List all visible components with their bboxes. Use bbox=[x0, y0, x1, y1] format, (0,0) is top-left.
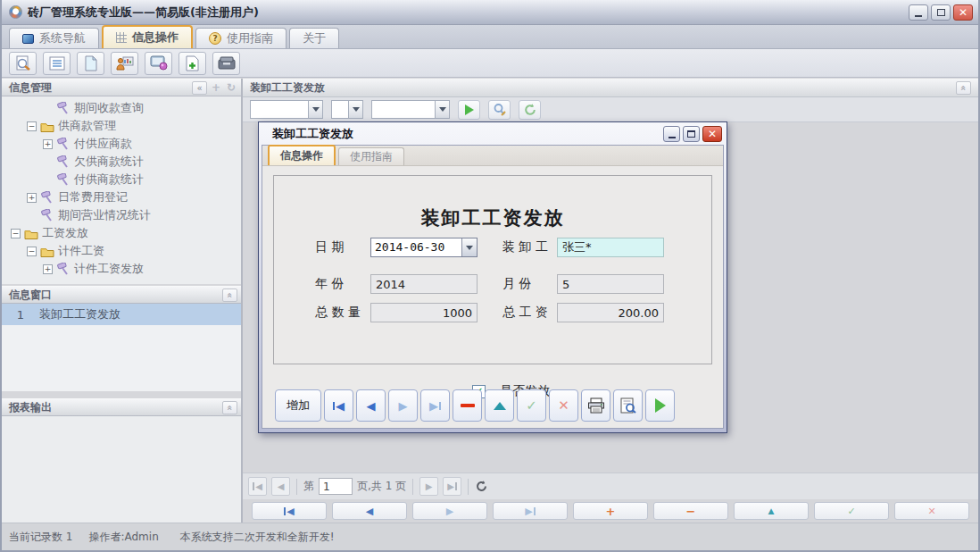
expand-expander[interactable]: + bbox=[43, 264, 53, 274]
salary-label: 总 工 资 bbox=[502, 305, 548, 321]
delete-record-button[interactable] bbox=[453, 389, 482, 422]
collapse-up-button[interactable]: « bbox=[956, 81, 971, 95]
refresh-icon[interactable]: ↻ bbox=[225, 81, 237, 94]
worker-input[interactable]: 张三* bbox=[557, 238, 664, 257]
first-record-button[interactable]: ◀ bbox=[324, 389, 353, 422]
archive-button[interactable] bbox=[212, 52, 240, 75]
record-prev-button[interactable]: ◀ bbox=[332, 502, 407, 520]
open-window-row[interactable]: 1 装卸工工资发放 bbox=[2, 304, 241, 325]
collapse-expander[interactable]: − bbox=[27, 121, 37, 131]
refresh-button[interactable] bbox=[519, 100, 541, 120]
last-page-button[interactable]: ▶ bbox=[443, 477, 461, 496]
record-edit-button[interactable]: ▲ bbox=[734, 502, 809, 520]
next-record-button[interactable]: ▶ bbox=[388, 389, 418, 422]
filter-combo-2[interactable] bbox=[331, 100, 363, 119]
help-icon: ? bbox=[209, 32, 221, 45]
edit-record-button[interactable] bbox=[485, 389, 514, 422]
record-add-button[interactable]: + bbox=[573, 502, 648, 520]
report-output-body bbox=[2, 416, 241, 523]
dialog-tabbar: 信息操作 使用指南 bbox=[262, 146, 723, 166]
tree-label: 日常费用登记 bbox=[58, 189, 128, 205]
tree-item-owed-supplier-stats[interactable]: 欠供商款统计 bbox=[2, 153, 241, 171]
form-view-button[interactable] bbox=[43, 52, 71, 75]
tree-item-period-receipts[interactable]: 期间收款查询 bbox=[2, 99, 241, 117]
run-button[interactable] bbox=[645, 389, 675, 422]
dialog-minimize-button[interactable] bbox=[663, 126, 680, 142]
page-total: 页,共 1 页 bbox=[357, 479, 406, 494]
record-cancel-button[interactable]: ✕ bbox=[894, 502, 969, 520]
last-record-button[interactable]: ▶ bbox=[420, 389, 450, 422]
record-first-button[interactable]: ◀ bbox=[252, 502, 327, 520]
form-icon bbox=[49, 56, 65, 71]
dialog-maximize-button[interactable] bbox=[683, 126, 700, 142]
first-page-button[interactable]: ◀ bbox=[248, 477, 267, 496]
tree-label: 计件工资发放 bbox=[74, 261, 144, 277]
add-icon[interactable]: + bbox=[210, 81, 222, 94]
tab-label: 系统导航 bbox=[39, 30, 86, 46]
dialog-close-button[interactable]: ✕ bbox=[702, 126, 722, 142]
search-document-button[interactable] bbox=[9, 52, 37, 75]
tab-system-nav[interactable]: 系统导航 bbox=[9, 28, 99, 48]
filter-combo-3[interactable] bbox=[371, 100, 450, 119]
new-page-button[interactable] bbox=[77, 52, 104, 75]
search-edit-button[interactable] bbox=[488, 100, 511, 120]
window-title: 砖厂管理系统专业版——简易版(非注册用户) bbox=[28, 4, 909, 21]
grid-icon bbox=[116, 32, 127, 43]
run-query-button[interactable] bbox=[458, 100, 480, 120]
dialog-tab-info-operation[interactable]: 信息操作 bbox=[268, 145, 336, 165]
record-last-button[interactable]: ▶ bbox=[493, 502, 568, 520]
year-label: 年 份 bbox=[315, 276, 344, 292]
tree-item-period-business-stats[interactable]: 期间营业情况统计 bbox=[2, 206, 241, 224]
printer-icon bbox=[587, 397, 605, 414]
info-window-list: 1 装卸工工资发放 bbox=[2, 304, 241, 391]
add-record-button[interactable] bbox=[179, 52, 206, 75]
tab-info-operation[interactable]: 信息操作 bbox=[102, 25, 193, 48]
close-button[interactable]: ✕ bbox=[953, 4, 973, 21]
expand-expander[interactable]: + bbox=[43, 139, 53, 149]
prev-record-button[interactable]: ◀ bbox=[356, 389, 386, 422]
collapse-up-button[interactable]: « bbox=[222, 401, 237, 414]
dialog-tab-user-guide[interactable]: 使用指南 bbox=[338, 147, 404, 165]
tree-item-supplier-payments[interactable]: − 供商款管理 bbox=[2, 117, 241, 135]
add-button[interactable]: 增加 bbox=[275, 389, 321, 422]
filter-combo-1[interactable] bbox=[250, 100, 323, 119]
monitor-button[interactable] bbox=[145, 52, 172, 75]
collapse-left-button[interactable]: « bbox=[192, 81, 207, 95]
user-report-button[interactable] bbox=[111, 52, 138, 75]
cancel-button[interactable]: ✕ bbox=[549, 389, 578, 422]
tree-item-piecework-salary-pay[interactable]: + 计件工资发放 bbox=[2, 260, 241, 278]
record-next-button[interactable]: ▶ bbox=[412, 502, 487, 520]
tree-item-paid-supplier-stats[interactable]: 付供商款统计 bbox=[2, 171, 241, 188]
tab-user-guide[interactable]: ? 使用指南 bbox=[195, 28, 287, 48]
tree-item-pay-supplier[interactable]: + 付供应商款 bbox=[2, 135, 241, 153]
collapse-expander[interactable]: − bbox=[11, 229, 21, 238]
report-output-title: 报表输出 bbox=[9, 400, 52, 415]
archive-box-icon bbox=[218, 56, 236, 70]
record-confirm-button[interactable]: ✓ bbox=[814, 502, 889, 520]
expand-expander[interactable]: + bbox=[27, 193, 37, 203]
minimize-button[interactable] bbox=[909, 4, 928, 21]
page-icon bbox=[84, 55, 98, 71]
collapse-expander[interactable]: − bbox=[27, 247, 37, 256]
prev-page-button[interactable]: ◀ bbox=[271, 477, 290, 496]
next-page-button[interactable]: ▶ bbox=[419, 477, 438, 496]
content-panel-title: 装卸工工资发放 bbox=[250, 80, 325, 96]
reload-icon[interactable] bbox=[475, 480, 488, 493]
collapse-up-button[interactable]: « bbox=[222, 289, 237, 302]
page-number-input[interactable] bbox=[319, 478, 353, 495]
tab-about[interactable]: 关于 bbox=[289, 28, 339, 48]
tree-item-daily-expense[interactable]: + 日常费用登记 bbox=[2, 188, 241, 206]
toolbar bbox=[2, 49, 978, 78]
tab-label: 使用指南 bbox=[227, 30, 273, 46]
restore-button[interactable] bbox=[931, 4, 951, 21]
folder-icon bbox=[24, 228, 38, 239]
tree-label: 工资发放 bbox=[42, 225, 88, 241]
date-combobox[interactable]: 2014-06-30 bbox=[370, 238, 478, 257]
tree-item-piecework-salary[interactable]: − 计件工资 bbox=[2, 242, 241, 260]
confirm-button[interactable]: ✓ bbox=[517, 389, 546, 422]
preview-button[interactable] bbox=[613, 389, 643, 422]
search-document-icon bbox=[14, 55, 32, 71]
print-button[interactable] bbox=[581, 389, 610, 422]
tree-item-salary-payment[interactable]: − 工资发放 bbox=[2, 224, 241, 242]
record-delete-button[interactable]: − bbox=[653, 502, 728, 520]
